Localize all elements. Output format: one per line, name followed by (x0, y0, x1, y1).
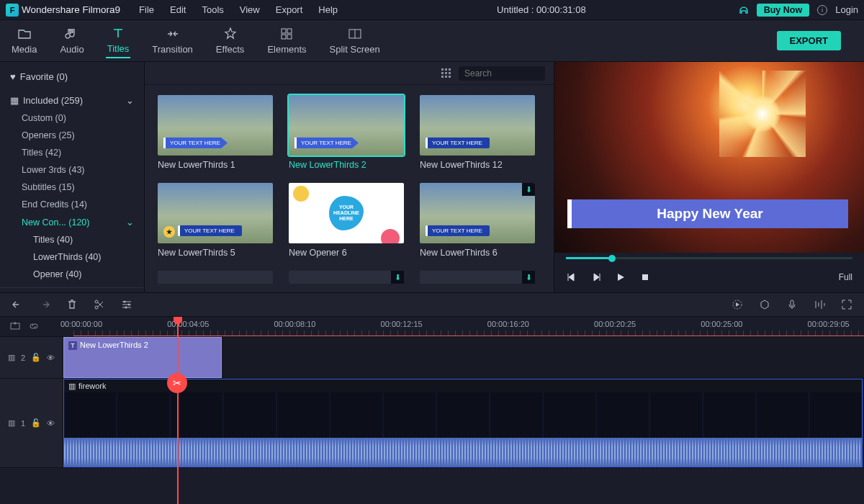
link-icon[interactable] (29, 321, 40, 333)
lock-icon[interactable]: 🔓 (31, 353, 41, 362)
track-head[interactable]: ▥ 2 🔓 👁 (0, 337, 63, 378)
add-track-icon[interactable] (10, 321, 22, 333)
sidebar-endcredits[interactable]: End Credits (14) (0, 196, 144, 213)
title-card[interactable]: ★YOUR TEXT HERE New LowerThirds 5 (158, 183, 273, 258)
sidebar-openers[interactable]: Openers (25) (0, 127, 144, 144)
search-box[interactable] (459, 66, 545, 81)
tab-split-screen[interactable]: Split Screen (328, 24, 382, 58)
menubar: F Wondershare Filmora9 File Edit Tools V… (0, 0, 864, 20)
split-icon[interactable] (94, 299, 105, 310)
tab-media[interactable]: Media (10, 24, 38, 58)
svg-rect-2 (282, 29, 286, 33)
title-label: New LowerThirds 1 (158, 160, 273, 170)
menu-view[interactable]: View (233, 1, 267, 18)
title-card[interactable]: YOUR TEXT HERE⬇ New LowerThirds 6 (420, 183, 535, 258)
track-body[interactable]: ▥firework (63, 379, 864, 467)
play-button[interactable] (615, 271, 626, 283)
audio-mixer-icon[interactable] (814, 299, 825, 310)
tab-elements[interactable]: Elements (266, 24, 307, 58)
sidebar-custom[interactable]: Custom (0) (0, 109, 144, 127)
title-thumb[interactable]: YOUR TEXT HERE (289, 95, 404, 156)
sidebar-newcon-opener[interactable]: Opener (40) (0, 266, 144, 283)
menu-tools[interactable]: Tools (194, 1, 230, 18)
undo-icon[interactable] (12, 299, 23, 310)
lock-icon[interactable]: 🔓 (31, 418, 41, 428)
download-icon[interactable]: ⬇ (522, 183, 535, 196)
title-label: New LowerThirds 5 (158, 248, 273, 258)
sidebar-subtitles[interactable]: Subtitles (15) (0, 179, 144, 196)
voiceover-icon[interactable] (786, 299, 798, 310)
sidebar-included[interactable]: ▦Included (259)⌄ (0, 91, 144, 109)
title-card-peek[interactable]: ⬇ (420, 271, 535, 284)
sidebar-newcon-lowerthirds[interactable]: LowerThirds (40) (0, 248, 144, 266)
menu-help[interactable]: Help (311, 1, 345, 18)
title-card-peek[interactable]: ⬇ (289, 271, 404, 284)
sidebar-favorite[interactable]: ♥Favorite (0) (0, 68, 144, 86)
title-thumb[interactable]: ★YOUR TEXT HERE (158, 183, 273, 243)
title-card[interactable]: YOUR TEXT HERE New LowerThirds 2 (289, 95, 404, 170)
track-body[interactable]: TNew LowerThirds 2 (63, 337, 864, 378)
eye-icon[interactable]: 👁 (47, 354, 55, 362)
menubar-right: Buy Now i Login (738, 4, 858, 17)
marker-icon[interactable] (759, 299, 770, 310)
title-card[interactable]: YOUR TEXT HERE New LowerThirds 1 (158, 95, 273, 170)
grid-icon: ▦ (10, 95, 19, 106)
title-card[interactable]: YOUR HEADLINE HERE New Opener 6 (289, 183, 404, 258)
titles-sidebar[interactable]: ♥Favorite (0) ▦Included (259)⌄ Custom (0… (0, 62, 144, 292)
download-icon[interactable]: ⬇ (391, 271, 404, 284)
prev-frame-button[interactable] (566, 271, 577, 283)
eye-icon[interactable]: 👁 (47, 419, 55, 428)
preview-lowerthird: Happy New Year (567, 199, 848, 228)
preview-panel: Happy New Year Full (554, 62, 864, 292)
title-card[interactable]: YOUR TEXT HERE New LowerThirds 12 (420, 95, 535, 170)
svg-point-15 (125, 307, 127, 309)
headphones-icon[interactable] (738, 4, 750, 16)
menu-edit[interactable]: Edit (163, 1, 193, 18)
redo-icon[interactable] (39, 299, 50, 310)
title-thumb[interactable]: YOUR TEXT HERE⬇ (420, 183, 535, 243)
info-icon[interactable]: i (816, 4, 828, 16)
tab-audio[interactable]: Audio (58, 24, 85, 58)
cut-badge-icon[interactable]: ✂ (167, 373, 187, 393)
film-icon: ▥ (68, 382, 76, 391)
track-head[interactable]: ▥ 1 🔓 👁 (0, 379, 63, 467)
chevron-down-icon: ⌄ (126, 217, 134, 228)
sidebar-newcon-titles[interactable]: Titles (40) (0, 231, 144, 248)
ruler-mark: 00:00:08:10 (274, 320, 315, 328)
title-thumb[interactable]: YOUR HEADLINE HERE (289, 183, 404, 243)
video-clip[interactable]: ▥firework (63, 379, 863, 467)
gallery-grid[interactable]: YOUR TEXT HERE New LowerThirds 1 YOUR TE… (145, 85, 554, 292)
menu-file[interactable]: File (132, 1, 161, 18)
login-link[interactable]: Login (835, 4, 858, 15)
fit-icon[interactable] (841, 299, 852, 310)
time-ruler[interactable]: 00:00:00:00 00:00:04:05 00:00:08:10 00:0… (73, 317, 864, 336)
ruler-mark: 00:00:00:00 (60, 320, 102, 328)
export-button[interactable]: EXPORT (777, 31, 841, 50)
sidebar-titles[interactable]: Titles (42) (0, 144, 144, 161)
title-clip[interactable]: TNew LowerThirds 2 (63, 337, 222, 378)
menu-export[interactable]: Export (269, 1, 310, 18)
buy-now-button[interactable]: Buy Now (757, 4, 809, 17)
title-thumb[interactable]: YOUR TEXT HERE (420, 95, 535, 156)
delete-icon[interactable] (66, 299, 78, 310)
stop-button[interactable] (639, 271, 651, 283)
title-thumb[interactable]: YOUR TEXT HERE (158, 95, 273, 156)
adjust-icon[interactable] (121, 299, 132, 310)
render-icon[interactable] (732, 299, 743, 310)
sidebar-lower3rds[interactable]: Lower 3rds (43) (0, 161, 144, 179)
grid-view-icon[interactable] (441, 68, 451, 78)
preview-scrubber[interactable] (566, 257, 852, 259)
tab-transition[interactable]: Transition (150, 24, 194, 58)
play-backward-button[interactable] (590, 271, 602, 283)
timeline[interactable]: 00:00:00:00 00:00:04:05 00:00:08:10 00:0… (0, 317, 864, 504)
preview-viewport[interactable]: Happy New Year (554, 62, 864, 253)
app-name: Wondershare Filmora9 (22, 4, 120, 15)
title-card-peek[interactable] (158, 271, 273, 284)
fullscreen-button[interactable]: Full (839, 272, 852, 282)
download-icon[interactable]: ⬇ (522, 271, 535, 284)
tab-titles[interactable]: Titles (106, 23, 131, 58)
sidebar-newcon[interactable]: New Con... (120)⌄ (0, 213, 144, 231)
firework-icon (734, 85, 791, 143)
thumb-strip: YOUR TEXT HERE (426, 138, 490, 148)
tab-effects[interactable]: Effects (215, 24, 246, 58)
